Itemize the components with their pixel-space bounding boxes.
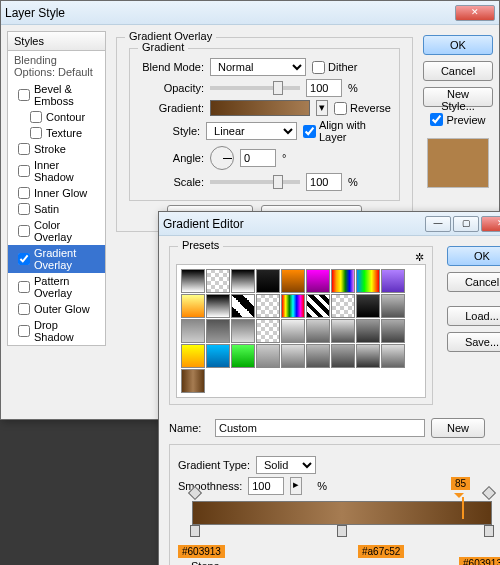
angle-input[interactable] <box>240 149 276 167</box>
preset-swatch[interactable] <box>206 269 230 293</box>
cancel-button[interactable]: Cancel <box>423 61 493 81</box>
maximize-icon[interactable]: ▢ <box>453 216 479 232</box>
style-option[interactable]: Contour <box>8 109 105 125</box>
style-option[interactable]: Inner Glow <box>8 185 105 201</box>
scale-slider[interactable] <box>210 180 300 184</box>
style-option[interactable]: Gradient Overlay <box>8 245 105 273</box>
preset-swatch[interactable] <box>306 294 330 318</box>
opacity-slider[interactable] <box>210 86 300 90</box>
opacity-input[interactable] <box>306 79 342 97</box>
tag-mid: #a67c52 <box>358 545 404 558</box>
minimize-icon[interactable]: — <box>425 216 451 232</box>
tag-diamond: 85 <box>451 477 470 490</box>
chevron-down-icon[interactable]: ▾ <box>316 100 328 116</box>
preset-swatch[interactable] <box>181 369 205 393</box>
preset-swatch[interactable] <box>206 319 230 343</box>
align-checkbox[interactable]: Align with Layer <box>303 119 391 143</box>
blending-options-header[interactable]: Blending Options: Default <box>8 51 105 81</box>
editor-ok-button[interactable]: OK <box>447 246 500 266</box>
style-option[interactable]: Drop Shadow <box>8 317 105 345</box>
gear-icon[interactable]: ✲ <box>415 251 424 263</box>
preset-swatch[interactable] <box>206 294 230 318</box>
preset-swatch[interactable] <box>381 269 405 293</box>
close-icon[interactable]: ✕ <box>481 216 500 232</box>
preset-swatch[interactable] <box>356 294 380 318</box>
style-option[interactable]: Satin <box>8 201 105 217</box>
preset-swatch[interactable] <box>181 344 205 368</box>
tag-right: #603913 <box>459 557 500 565</box>
chevron-right-icon[interactable]: ▸ <box>290 477 302 495</box>
preset-swatch[interactable] <box>331 319 355 343</box>
style-select[interactable]: Linear <box>206 122 297 140</box>
preset-swatch[interactable] <box>381 344 405 368</box>
ok-button[interactable]: OK <box>423 35 493 55</box>
preset-swatch[interactable] <box>356 319 380 343</box>
new-button[interactable]: New <box>431 418 485 438</box>
preset-swatch[interactable] <box>256 294 280 318</box>
gradient-editor-window: Gradient Editor — ▢ ✕ Presets ✲ OK Cance… <box>158 211 500 565</box>
preview-checkbox[interactable]: Preview <box>430 113 485 126</box>
preset-swatch[interactable] <box>281 269 305 293</box>
preset-swatch[interactable] <box>331 294 355 318</box>
preset-swatch[interactable] <box>206 344 230 368</box>
blend-mode-select[interactable]: Normal <box>210 58 306 76</box>
preset-swatch[interactable] <box>181 319 205 343</box>
editor-cancel-button[interactable]: Cancel <box>447 272 500 292</box>
style-option[interactable]: Inner Shadow <box>8 157 105 185</box>
preset-swatch[interactable] <box>231 269 255 293</box>
preset-swatch[interactable] <box>306 344 330 368</box>
style-option[interactable]: Stroke <box>8 141 105 157</box>
style-option[interactable]: Color Overlay <box>8 217 105 245</box>
gradient-type-select[interactable]: Solid <box>256 456 316 474</box>
close-icon[interactable]: ✕ <box>455 5 495 21</box>
preset-swatch[interactable] <box>331 344 355 368</box>
styles-sidebar: Styles Blending Options: Default Bevel &… <box>7 31 106 346</box>
preset-swatch[interactable] <box>281 344 305 368</box>
preset-swatch[interactable] <box>231 344 255 368</box>
presets-grid <box>176 264 426 398</box>
tag-left: #603913 <box>178 545 225 558</box>
editor-titlebar: Gradient Editor — ▢ ✕ <box>159 212 500 236</box>
load-button[interactable]: Load... <box>447 306 500 326</box>
style-option[interactable]: Texture <box>8 125 105 141</box>
gradient-picker[interactable] <box>210 100 310 116</box>
preset-swatch[interactable] <box>356 269 380 293</box>
preset-swatch[interactable] <box>256 319 280 343</box>
preset-swatch[interactable] <box>281 319 305 343</box>
preset-swatch[interactable] <box>256 269 280 293</box>
gradient-strip[interactable] <box>192 501 492 525</box>
name-input[interactable] <box>215 419 425 437</box>
preset-swatch[interactable] <box>331 269 355 293</box>
style-option[interactable]: Bevel & Emboss <box>8 81 105 109</box>
preset-swatch[interactable] <box>306 319 330 343</box>
preset-swatch[interactable] <box>181 294 205 318</box>
preset-swatch[interactable] <box>356 344 380 368</box>
preview-swatch <box>427 138 489 188</box>
new-style-button[interactable]: New Style... <box>423 87 493 107</box>
preset-swatch[interactable] <box>231 319 255 343</box>
reverse-checkbox[interactable]: Reverse <box>334 102 391 115</box>
scale-input[interactable] <box>306 173 342 191</box>
angle-dial[interactable] <box>210 146 234 170</box>
smoothness-input[interactable] <box>248 477 284 495</box>
window-title: Layer Style <box>5 6 455 20</box>
preset-swatch[interactable] <box>256 344 280 368</box>
save-button[interactable]: Save... <box>447 332 500 352</box>
styles-tab[interactable]: Styles <box>8 32 105 51</box>
preset-swatch[interactable] <box>381 294 405 318</box>
preset-swatch[interactable] <box>181 269 205 293</box>
editor-title: Gradient Editor <box>163 217 425 231</box>
style-option[interactable]: Pattern Overlay <box>8 273 105 301</box>
preset-swatch[interactable] <box>381 319 405 343</box>
preset-swatch[interactable] <box>306 269 330 293</box>
dither-checkbox[interactable]: Dither <box>312 61 357 74</box>
preset-swatch[interactable] <box>281 294 305 318</box>
titlebar: Layer Style ✕ <box>1 1 499 25</box>
preset-swatch[interactable] <box>231 294 255 318</box>
style-option[interactable]: Outer Glow <box>8 301 105 317</box>
